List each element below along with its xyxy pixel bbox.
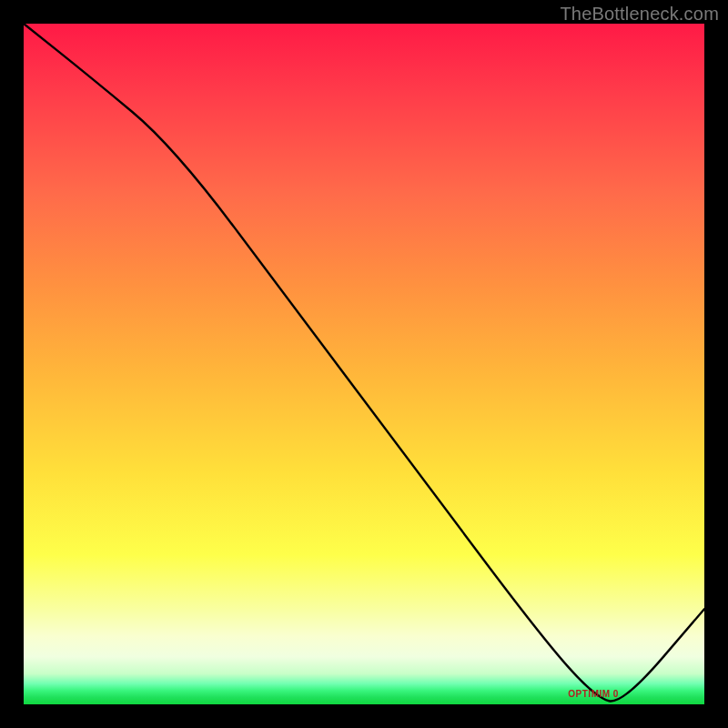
optimal-valley-label: OPTIMIM 0	[568, 689, 619, 699]
bottleneck-curve	[24, 24, 704, 704]
chart-frame: OPTIMIM 0	[24, 24, 704, 704]
watermark-text: TheBottleneck.com	[560, 4, 719, 25]
